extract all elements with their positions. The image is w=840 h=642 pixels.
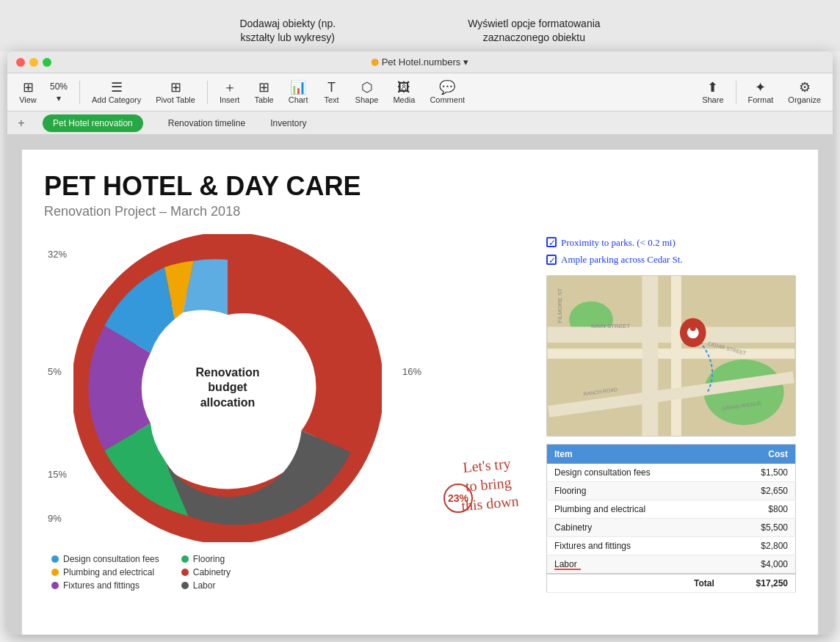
pct-5-label: 5% [48, 366, 62, 377]
chart-icon: 📊 [290, 81, 306, 94]
maximize-button[interactable] [43, 58, 51, 67]
labor-underline [554, 569, 581, 570]
table-row: Flooring $2,650 [547, 482, 796, 500]
legend-plumbing: Plumbing and electrical [51, 567, 159, 577]
add-category-button[interactable]: ☰ Add Category [86, 78, 147, 107]
legend-flooring: Flooring [181, 554, 231, 564]
legend-dot-plumbing [51, 569, 59, 576]
organize-button[interactable]: ⚙ Organize [782, 78, 827, 107]
text-icon: T [327, 81, 336, 94]
legend-labor: Labor [181, 580, 231, 591]
cost-cabinetry: $5,500 [722, 519, 796, 537]
cost-labor: $4,000 [722, 555, 796, 574]
annotation-left: Dodawaj obiekty (np.kształty lub wykresy… [239, 17, 336, 45]
format-icon: ✦ [755, 81, 766, 94]
minimize-button[interactable] [29, 58, 38, 67]
map-area[interactable]: FILMORE ST MAIN STREET CEDAR STREET RANC… [546, 275, 796, 437]
item-flooring: Flooring [547, 482, 722, 500]
comment-icon: 💬 [439, 81, 455, 94]
traffic-lights [16, 58, 51, 67]
cost-plumbing: $800 [722, 500, 796, 519]
map-svg: FILMORE ST MAIN STREET CEDAR STREET RANC… [547, 276, 795, 436]
sheet-subtitle: Renovation Project – March 2018 [44, 204, 796, 219]
shape-icon: ⬡ [361, 81, 373, 94]
app-window: Pet Hotel.numbers ▾ ⊞ View 50% ▾ ☰ Add C… [7, 51, 833, 635]
insert-icon: ＋ [223, 81, 236, 94]
table-button[interactable]: ⊞ Table [248, 78, 279, 107]
close-button[interactable] [16, 58, 25, 67]
sheet: PET HOTEL & DAY CARE Renovation Project … [22, 150, 818, 635]
insert-button[interactable]: ＋ Insert [214, 78, 246, 107]
titlebar: Pet Hotel.numbers ▾ [7, 51, 833, 73]
sheet-area[interactable]: PET HOTEL & DAY CARE Renovation Project … [7, 135, 833, 635]
file-icon [372, 59, 379, 66]
comment-button[interactable]: 💬 Comment [424, 78, 471, 107]
window-title: Pet Hotel.numbers ▾ [372, 56, 469, 68]
tab-renovation-timeline[interactable]: Renovation timeline [156, 114, 257, 133]
legend-col-2: Flooring Cabinetry Labor [181, 554, 231, 591]
title-chevron[interactable]: ▾ [463, 56, 468, 68]
legend-dot-labor [181, 582, 189, 589]
chart-legend: Design consultation fees Plumbing and el… [44, 554, 532, 591]
tab-add-button[interactable]: + [13, 115, 29, 131]
sheet-title: PET HOTEL & DAY CARE [44, 172, 796, 201]
view-button[interactable]: ⊞ View [13, 78, 43, 107]
media-icon: 🖼 [397, 81, 410, 94]
map-notes: ✓ Proximity to parks. (< 0.2 mi) ✓ Ample… [546, 234, 796, 269]
divider-2 [207, 81, 208, 104]
legend-cabinetry: Cabinetry [181, 567, 231, 577]
svg-text:MAIN STREET: MAIN STREET [591, 324, 630, 330]
legend-design: Design consultation fees [51, 554, 159, 564]
tab-pet-hotel-renovation[interactable]: Pet Hotel renovation [31, 114, 155, 133]
item-design: Design consultation fees [547, 464, 722, 482]
zoom-button[interactable]: 50% ▾ [44, 79, 73, 106]
svg-point-16 [690, 326, 696, 332]
right-column: ✓ Proximity to parks. (< 0.2 mi) ✓ Ample… [546, 234, 796, 594]
item-cabinetry: Cabinetry [547, 519, 722, 537]
annotation-area: Dodawaj obiekty (np.kształty lub wykresy… [0, 0, 840, 51]
divider-1 [79, 81, 80, 104]
total-value: $17,250 [722, 574, 796, 593]
pct-32-label: 32% [48, 249, 67, 260]
table-row: Cabinetry $5,500 [547, 519, 796, 537]
map-note-1: ✓ Proximity to parks. (< 0.2 mi) [546, 234, 796, 251]
divider-3 [736, 81, 736, 104]
svg-text:FILMORE ST: FILMORE ST [557, 288, 563, 324]
shape-button[interactable]: ⬡ Shape [350, 78, 385, 107]
legend-dot-flooring [181, 555, 189, 563]
map-note-2: ✓ Ample parking across Cedar St. [546, 251, 796, 268]
checkbox-2[interactable]: ✓ [546, 255, 557, 265]
table-header-cost: Cost [722, 445, 796, 464]
checkbox-1[interactable]: ✓ [546, 237, 557, 247]
chart-button[interactable]: 📊 Chart [283, 78, 314, 107]
chart-area[interactable]: 32% 5% 15% 9% 16% [44, 234, 532, 542]
format-button[interactable]: ✦ Format [742, 78, 780, 107]
svg-rect-6 [642, 276, 658, 436]
donut-chart[interactable]: Renovation budgetallocation [73, 234, 382, 542]
text-button[interactable]: T Text [317, 78, 347, 107]
main-content: PET HOTEL & DAY CARE Renovation Project … [7, 135, 833, 635]
svg-rect-7 [671, 276, 681, 436]
handwriting-annotation: Let's tryto bringthis down [457, 453, 519, 515]
content-row: 32% 5% 15% 9% 16% [44, 234, 796, 594]
organize-icon: ⚙ [799, 81, 811, 94]
legend-dot-cabinetry [181, 569, 189, 576]
cost-fixtures: $2,800 [722, 537, 796, 555]
active-tab-label[interactable]: Pet Hotel renovation [43, 114, 143, 132]
pivot-table-button[interactable]: ⊞ Pivot Table [150, 78, 201, 107]
pct-16-label: 16% [402, 366, 421, 377]
media-button[interactable]: 🖼 Media [387, 78, 421, 107]
item-labor: Labor [547, 555, 722, 574]
pct-15-label: 15% [48, 469, 67, 480]
table-row: Design consultation fees $1,500 [547, 464, 796, 482]
budget-table[interactable]: Item Cost Design consultation fees $1,50… [546, 444, 796, 593]
share-button[interactable]: ⬆ Share [696, 78, 729, 107]
table-header-item: Item [547, 445, 722, 464]
share-icon: ⬆ [707, 81, 718, 94]
pct-9-label: 9% [48, 513, 62, 524]
legend-dot-design [51, 555, 59, 563]
table-icon: ⊞ [258, 81, 269, 94]
tab-inventory[interactable]: Inventory [258, 114, 318, 133]
add-category-icon: ☰ [111, 81, 123, 94]
table-row: Plumbing and electrical $800 [547, 500, 796, 519]
